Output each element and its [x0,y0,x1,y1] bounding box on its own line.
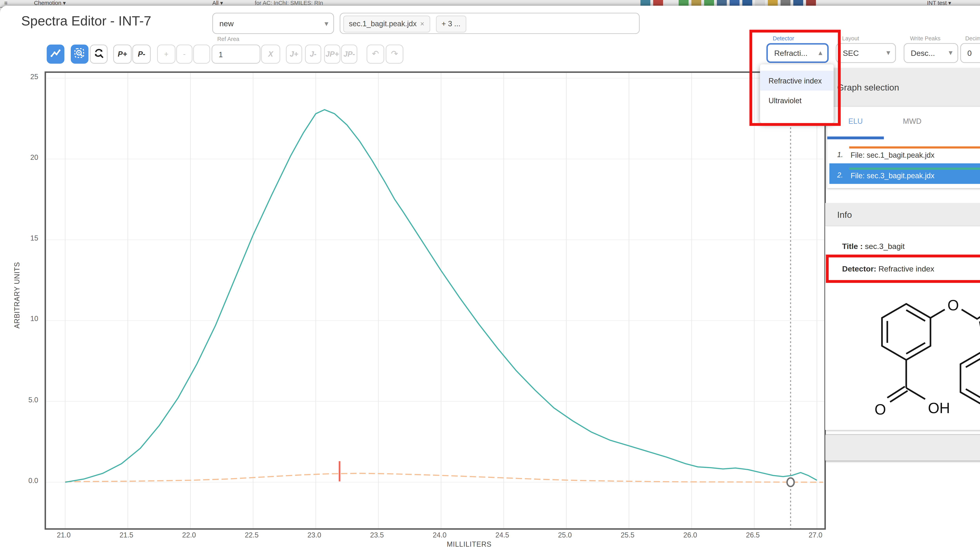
y-tick-label: 20 [30,153,38,161]
chevron-down-icon: ▼ [948,50,952,56]
search-hint: for AC: InChI: SMILES: RIn [255,0,323,6]
file-row-index: 1. [837,151,843,158]
peak-remove-button[interactable]: P- [132,45,151,63]
layout-label: Layout [842,35,859,42]
graph-selection-title: Graph selection [837,82,899,92]
ref-area-label: Ref Area [217,36,239,42]
atom-label-o: O [875,401,886,418]
info-row-value: sec.3_bagit [865,242,905,250]
page-title: Spectra Editor - INT-7 [21,13,151,29]
chevron-down-icon: ▼ [325,21,328,27]
plot-canvas [46,73,825,528]
reset-zoom-icon [93,47,105,59]
j-minus-button[interactable]: J- [305,45,321,63]
dataset-select-value: new [213,13,333,33]
spectra-editor-modal: Spectra Editor - INT-7 new ▼ sec.1_bagit… [0,6,980,560]
brand-menu[interactable]: Chemotion ▾ [34,0,66,6]
layout-select[interactable]: SEC ▼ [836,43,896,63]
file-row-index: 2. [837,171,843,179]
more-files-chip[interactable]: + 3 ... [436,15,466,33]
screen: ≡ Chemotion ▾ All ▾ for AC: InChI: SMILE… [0,0,980,560]
x-tick-label: 21.5 [117,531,136,539]
graph-selection-header[interactable]: Graph selection [825,68,980,108]
dataset-select[interactable]: new ▼ [212,13,334,34]
file-chip-label: sec.1_bagit.peak.jdx [349,19,417,27]
minus-button[interactable]: - [176,45,192,63]
series-swatch-teal [849,168,980,170]
x-tick-label: 26.5 [743,531,763,539]
file-row-label: File: sec.3_bagit.peak.jdx [851,171,935,180]
user-menu[interactable]: INT test ▾ [927,0,951,6]
peak-add-button[interactable]: P+ [113,45,132,63]
y-tick-label: 15 [30,234,38,242]
zoom-region-icon [73,47,85,59]
reset-zoom-button[interactable] [90,45,108,63]
line-chart-icon [50,47,62,59]
graph-selection-card: ELU MWD 1. File: sec.1_bagit.peak.jdx 2.… [827,107,980,188]
y-axis-title: ARBITRARY UNITS [13,225,21,366]
decimal-label: Decimal [965,35,980,42]
more-files-label: + 3 ... [442,19,461,27]
jp-minus-button[interactable]: JP- [341,45,357,63]
y-tick-label: 5.0 [28,396,38,403]
write-peaks-select[interactable]: Desc... ▼ [904,43,958,63]
sidebar-footer-bar [825,434,980,461]
chip-close-icon[interactable]: × [420,20,424,28]
x-tick-label: 25.0 [555,531,575,539]
info-row-label: Title : [842,242,863,250]
file-chips-box[interactable]: sec.1_bagit.peak.jdx× + 3 ... [340,13,640,34]
y-tick-label: 10 [30,315,38,323]
decimal-select-value: 0 [961,44,980,62]
x-tick-label: 22.0 [179,531,199,539]
file-row-1[interactable]: 1. File: sec.1_bagit.peak.jdx [827,143,980,163]
annotation-box-detector-dropdown [750,30,841,126]
jp-plus-button[interactable]: JP+ [324,45,341,63]
active-tab-underline [827,137,884,139]
series-sec.1_bagit.peak.jdx [65,473,823,482]
y-axis-ticks: 0.05.010152025 [0,72,43,531]
annotation-box-detector-info [826,255,980,283]
file-row-2-selected[interactable]: 2. File: sec.3_bagit.peak.jdx [830,163,980,184]
plus-button[interactable]: + [157,45,175,63]
scope-select[interactable]: All ▾ [212,0,223,6]
file-chip[interactable]: sec.1_bagit.peak.jdx× [343,15,430,33]
y-tick-label: 25 [30,72,38,80]
x-tick-label: 22.5 [242,531,262,539]
zoom-select-button[interactable] [71,45,88,63]
molecule-structure: O O O OH [855,282,980,428]
line-chart-mode-button[interactable] [47,45,64,63]
chromatogram-plot[interactable] [45,72,826,530]
x-tick-label: 25.5 [618,531,638,539]
file-row-label: File: sec.1_bagit.peak.jdx [851,151,935,159]
hamburger-icon[interactable]: ≡ [4,0,8,6]
info-row-title: Title : sec.3_bagit [842,242,905,250]
j-plus-button[interactable]: J+ [286,45,302,63]
x-axis-ticks: 21.021.522.022.523.023.524.024.525.025.5… [45,530,826,540]
redo-button[interactable]: ↷ [386,45,403,63]
x-tick-label: 27.0 [806,531,825,539]
x-tick-label: 21.0 [54,531,74,539]
cursor-handle[interactable] [787,478,794,487]
x-tick-label: 23.5 [367,531,387,539]
x-axis-title: MILLILITERS [399,540,540,548]
x-tick-label: 24.5 [493,531,512,539]
atom-label-oh: OH [928,400,950,416]
write-peaks-label: Write Peaks [910,35,940,42]
x-tick-label: 23.0 [304,531,324,539]
decimal-select[interactable]: 0 ▼ [960,43,980,63]
undo-button[interactable]: ↶ [367,45,384,63]
series-swatch-orange [849,146,980,148]
chevron-down-icon: ▼ [887,50,890,56]
atom-label-o: O [947,297,959,313]
ref-area-input[interactable] [212,45,260,63]
tab-mwd[interactable]: MWD [884,117,941,125]
spare-button[interactable] [193,45,210,63]
x-tick-label: 24.0 [430,531,449,539]
info-header[interactable]: Info [825,203,980,227]
info-title: Info [837,210,852,220]
y-tick-label: 0.0 [28,477,38,484]
clear-button[interactable]: X [261,45,280,63]
x-tick-label: 26.0 [680,531,700,539]
